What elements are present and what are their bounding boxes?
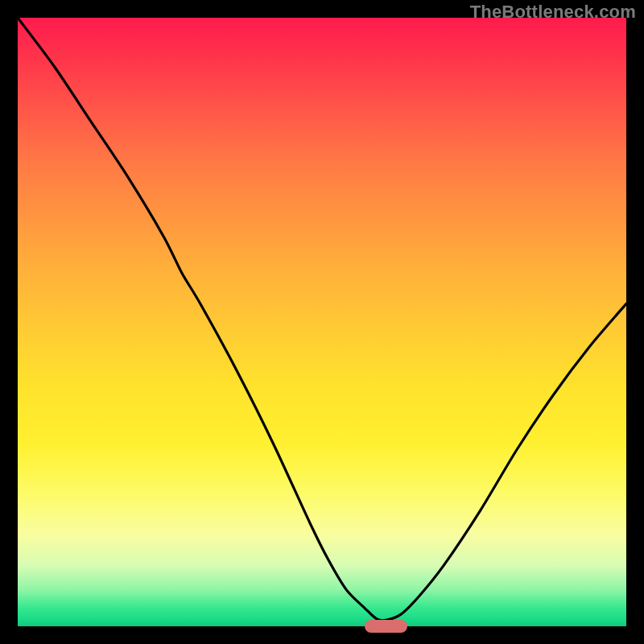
optimal-range-marker bbox=[365, 620, 407, 633]
chart-frame: TheBottleneck.com bbox=[0, 0, 644, 644]
watermark-text: TheBottleneck.com bbox=[470, 2, 636, 23]
bottleneck-curve bbox=[18, 18, 626, 626]
plot-area bbox=[18, 18, 626, 626]
